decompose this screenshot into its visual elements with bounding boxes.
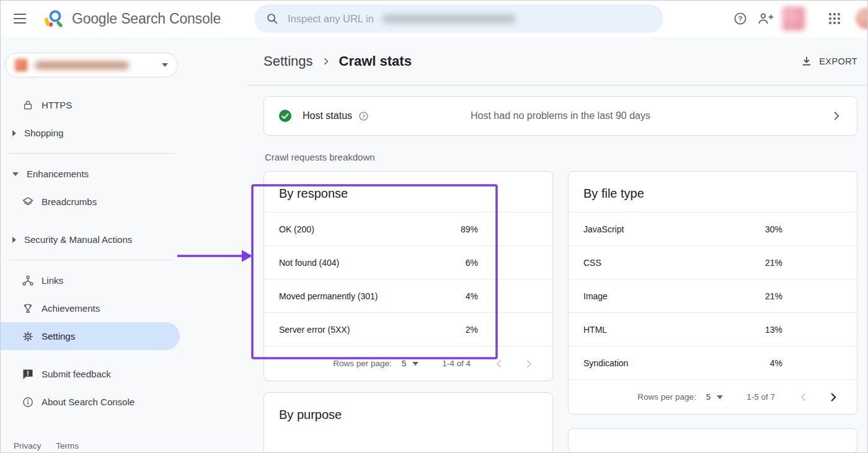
page-header: Settings Crawl stats EXPORT	[248, 37, 868, 86]
prev-page-button[interactable]	[492, 356, 507, 371]
sidebar-item-shopping[interactable]: Shopping	[0, 119, 183, 147]
breadcrumbs-icon	[21, 196, 35, 208]
next-page-button[interactable]	[521, 356, 536, 371]
sidebar-item-label: Achievements	[42, 303, 100, 314]
table-row[interactable]: HTML 13%	[569, 312, 857, 346]
next-card-partial	[568, 428, 857, 453]
redacted-property-url	[383, 14, 516, 24]
cards-grid: By response OK (200) 89% Not found (404)…	[264, 171, 857, 453]
topbar-actions: ?	[728, 6, 868, 31]
sidebar-item-label: Breadcrumbs	[42, 196, 97, 207]
sidebar-item-submit-feedback[interactable]: Submit feedback	[0, 360, 183, 388]
sidebar-item-enhancements[interactable]: Enhancements	[0, 160, 183, 188]
table-row[interactable]: Server error (5XX) 2%	[264, 312, 552, 346]
menu-button[interactable]	[5, 4, 35, 33]
sidebar-footer: Privacy Terms	[14, 441, 79, 451]
svg-text:?: ?	[738, 15, 742, 22]
help-circle-icon: ?	[358, 111, 369, 121]
by-purpose-card: By purpose	[264, 392, 553, 453]
gear-icon	[21, 330, 35, 343]
pagination-range: 1-4 of 4	[442, 359, 471, 368]
url-inspect-input[interactable]: Inspect any URL in	[254, 4, 663, 33]
sidebar-item-label: Enhancements	[27, 169, 89, 179]
breadcrumb-settings-link[interactable]: Settings	[264, 53, 313, 69]
info-icon	[21, 396, 35, 408]
table-row[interactable]: Syndication 4%	[569, 346, 857, 379]
table-row[interactable]: Not found (404) 6%	[264, 245, 552, 279]
row-value: 30%	[758, 224, 782, 234]
card-title: By purpose	[264, 393, 552, 433]
export-label: EXPORT	[819, 56, 857, 66]
by-response-card: By response OK (200) 89% Not found (404)…	[264, 171, 553, 381]
chevron-right-icon	[830, 109, 843, 123]
table-row[interactable]: OK (200) 89%	[264, 212, 552, 245]
rows-per-page-select[interactable]: 5	[706, 392, 724, 402]
sidebar-item-label: HTTPS	[42, 100, 72, 110]
rows-per-page-value: 5	[402, 359, 407, 368]
row-label: JavaScript	[583, 224, 758, 234]
redacted-badge	[782, 7, 805, 30]
row-value: 21%	[758, 258, 782, 268]
row-value: 89%	[453, 224, 478, 234]
row-label: Image	[583, 291, 758, 301]
sidebar-item-achievements[interactable]: Achievements	[0, 294, 183, 322]
sidebar-item-label: Shopping	[24, 128, 63, 138]
export-button[interactable]: EXPORT	[800, 55, 857, 68]
card-title: By file type	[569, 172, 857, 212]
main-content: Settings Crawl stats EXPORT	[248, 37, 868, 453]
row-label: HTML	[583, 325, 758, 335]
terms-link[interactable]: Terms	[56, 441, 79, 451]
help-button[interactable]: ?	[728, 6, 753, 31]
chevron-right-icon	[12, 237, 16, 243]
search-console-logo-icon	[42, 9, 64, 29]
sidebar-item-breadcrumbs[interactable]: Breadcrumbs	[0, 188, 183, 216]
rows-per-page-select[interactable]: 5	[402, 359, 419, 368]
search-icon	[265, 12, 279, 25]
apps-grid-button[interactable]	[822, 6, 847, 31]
table-row[interactable]: CSS 21%	[569, 245, 857, 279]
chevron-down-icon	[412, 362, 418, 366]
privacy-link[interactable]: Privacy	[14, 441, 41, 451]
search-placeholder: Inspect any URL in	[288, 13, 374, 25]
feedback-icon	[21, 368, 35, 380]
sidebar-item-label: Links	[42, 275, 63, 286]
left-column: By response OK (200) 89% Not found (404)…	[264, 171, 553, 453]
rows-per-page-label: Rows per page:	[333, 359, 392, 368]
table-row[interactable]: Image 21%	[569, 279, 857, 312]
sidebar-item-about[interactable]: About Search Console	[0, 388, 183, 416]
section-label: Crawl requests breakdown	[265, 152, 857, 162]
redacted-property-name	[35, 61, 129, 69]
pagination: Rows per page: 5 1-5 of 7	[569, 379, 857, 414]
sidebar-item-security[interactable]: Security & Manual Actions	[0, 226, 183, 253]
sidebar-item-label: Submit feedback	[42, 369, 111, 379]
host-status-card[interactable]: Host status ? Host had no problems in th…	[264, 96, 857, 136]
sidebar-item-label: Settings	[42, 331, 75, 341]
property-favicon	[15, 59, 27, 71]
table-row[interactable]: Moved permanently (301) 4%	[264, 279, 552, 312]
rows-per-page-value: 5	[706, 392, 711, 402]
row-label: Syndication	[583, 358, 758, 368]
rows-per-page-label: Rows per page:	[637, 392, 696, 402]
table-row[interactable]: JavaScript 30%	[569, 212, 857, 245]
card-title: By response	[264, 172, 552, 212]
row-value: 2%	[453, 325, 478, 335]
pagination: Rows per page: 5 1-4 of 4	[264, 346, 552, 380]
host-status-message: Host had no problems in the last 90 days	[471, 110, 650, 121]
row-value: 13%	[758, 325, 782, 335]
sidebar-item-settings[interactable]: Settings	[0, 322, 180, 350]
sidebar-item-links[interactable]: Links	[0, 266, 183, 294]
add-user-button[interactable]	[753, 6, 777, 31]
sidebar-item-label: Security & Manual Actions	[24, 234, 132, 245]
chevron-down-icon	[717, 395, 723, 399]
avatar[interactable]	[856, 8, 868, 29]
prev-page-button[interactable]	[796, 390, 811, 405]
content-area: Host status ? Host had no problems in th…	[248, 86, 868, 453]
page-title: Crawl stats	[339, 53, 412, 69]
row-label: CSS	[583, 258, 758, 268]
by-file-type-card: By file type JavaScript 30% CSS 21% Imag…	[568, 171, 857, 415]
next-page-button[interactable]	[826, 390, 841, 405]
property-selector[interactable]	[5, 53, 178, 77]
sidebar-item-https[interactable]: HTTPS	[0, 91, 183, 119]
check-circle-icon	[278, 108, 293, 123]
lock-icon	[21, 99, 35, 112]
